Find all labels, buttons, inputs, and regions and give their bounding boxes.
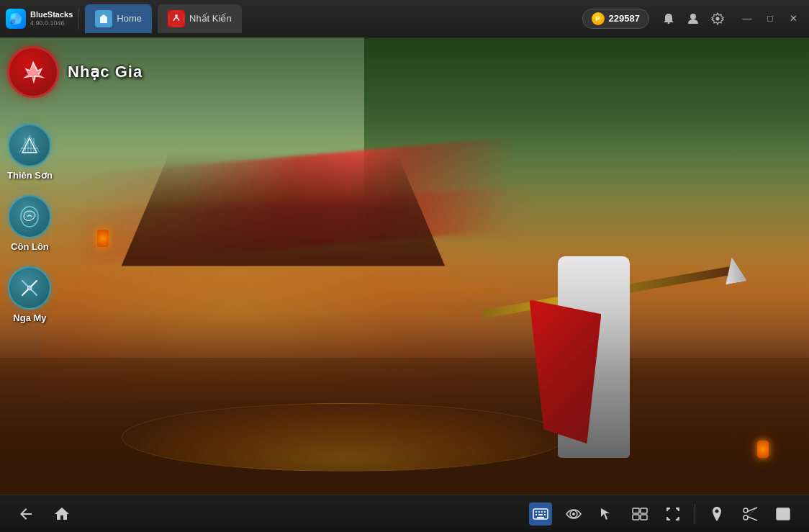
bottom-separator [695,504,695,524]
maximize-button[interactable]: □ [760,9,780,29]
roof-shape [122,152,446,266]
menu-label-thien-son: Thiên Sơn [7,170,53,181]
svg-point-35 [744,508,748,513]
svg-point-18 [27,286,32,290]
svg-line-39 [748,508,758,517]
menu-item-con-lon[interactable]: Côn Lôn [7,195,53,252]
svg-point-34 [715,509,719,513]
svg-rect-30 [633,508,639,513]
cursor-button[interactable] [595,502,618,526]
con-lon-icon [8,195,51,238]
tab-separator-1 [78,8,79,30]
close-button[interactable]: ✕ [783,9,803,29]
bottom-right-icons [529,502,795,526]
menu-label-nga-my: Nga My [13,312,46,323]
svg-rect-21 [538,511,540,513]
window-controls: — □ ✕ [737,9,803,29]
settings-icon[interactable] [710,11,726,27]
character-figure [500,155,687,458]
class-icon[interactable] [7,46,59,98]
thien-son-icon [8,124,51,167]
nga-my-icon [8,266,51,310]
game-tab[interactable]: Nhất Kiến [158,4,242,33]
bluestacks-icon [6,9,26,29]
svg-point-6 [175,14,178,17]
currency-amount: 229587 [609,13,640,24]
multiscreen-button[interactable] [628,502,651,526]
svg-point-36 [744,515,748,520]
bottom-bar [0,495,809,532]
side-menu: Thiên Sơn Côn Lôn [7,124,53,323]
keyboard-button[interactable] [529,502,552,526]
currency-badge: P 229587 [582,9,649,29]
game-area: Nhạc Gia Thiên Sơn [0,37,809,495]
menu-item-thien-son[interactable]: Thiên Sơn [7,124,53,181]
svg-point-8 [690,14,696,19]
svg-rect-27 [537,517,544,518]
title-bar: BlueStacks 4.90.0.1046 Home Nhất Kiến P … [0,0,809,37]
svg-rect-26 [544,514,546,515]
svg-rect-20 [535,511,537,513]
coin-icon: P [592,12,605,25]
svg-rect-31 [641,508,647,513]
bluestacks-text-block: BlueStacks 4.90.0.1046 [30,10,73,26]
svg-line-37 [748,508,758,512]
bluestacks-name: BlueStacks [30,10,73,19]
notification-icon[interactable] [661,11,677,27]
minimize-button[interactable]: — [737,9,757,29]
home-tab-label: Home [117,13,142,24]
lantern-1 [97,230,109,247]
back-button[interactable] [14,502,37,526]
menu-label-con-lon: Côn Lôn [11,241,49,252]
class-panel: Nhạc Gia [7,46,143,98]
titlebar-icons [661,11,726,27]
bottom-left-icons [14,502,73,526]
ground-glow [122,403,566,472]
home-tab-icon [95,10,112,27]
svg-rect-5 [170,12,183,25]
lantern-2 [757,441,769,458]
bluestacks-logo: BlueStacks 4.90.0.1046 [6,9,73,29]
svg-rect-7 [668,22,670,24]
svg-point-9 [716,17,720,20]
svg-rect-1 [17,14,21,18]
home-tab[interactable]: Home [85,4,152,33]
fullscreen-button[interactable] [661,502,684,526]
home-button[interactable] [50,502,73,526]
svg-rect-32 [633,515,639,520]
svg-rect-0 [11,14,15,18]
user-icon[interactable] [685,11,701,27]
scissors-button[interactable] [738,502,761,526]
svg-rect-24 [535,514,537,515]
svg-line-38 [748,516,758,520]
game-tab-icon [168,10,185,27]
svg-rect-3 [17,19,21,24]
svg-rect-33 [641,515,647,520]
svg-rect-2 [11,19,15,24]
record-button[interactable] [562,502,585,526]
svg-point-29 [572,513,575,515]
location-button[interactable] [705,502,728,526]
svg-rect-22 [541,511,543,513]
tablet-button[interactable] [772,502,795,526]
class-name-label: Nhạc Gia [68,63,143,81]
bluestacks-version: 4.90.0.1046 [30,19,73,27]
svg-rect-23 [544,511,546,513]
game-tab-label: Nhất Kiến [189,13,232,24]
svg-rect-25 [538,514,543,515]
menu-item-nga-my[interactable]: Nga My [7,266,53,323]
character-inner [522,184,666,458]
